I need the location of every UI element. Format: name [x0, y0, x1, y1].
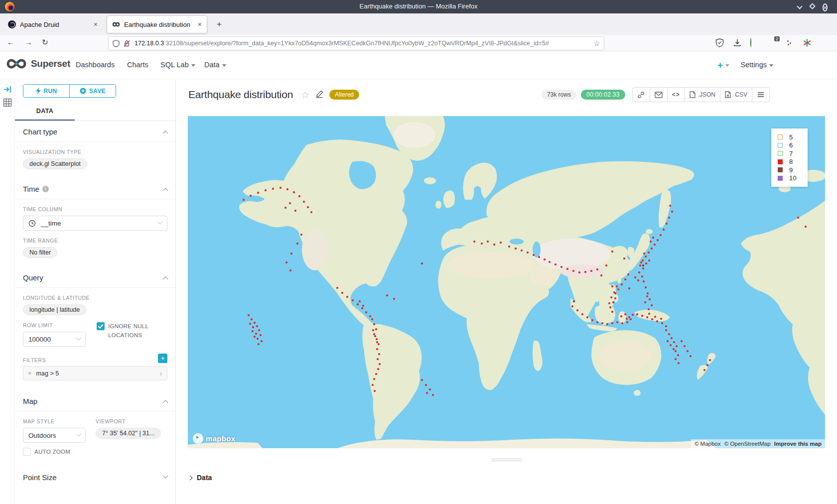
ublock-origin-icon[interactable]: 2: [768, 38, 778, 48]
deckgl-map[interactable]: 5 6 7 8 9 10 mapbox © Mapbox © OpenStree…: [188, 116, 825, 448]
section-chart-type[interactable]: Chart type: [15, 121, 175, 142]
reload-button[interactable]: ↻: [42, 38, 48, 47]
download-icon[interactable]: [733, 38, 743, 48]
tracking-shield-icon[interactable]: [113, 40, 120, 47]
copy-link-button[interactable]: [632, 87, 650, 102]
legend-swatch-6: [778, 143, 783, 148]
filters-label: FILTERS: [23, 357, 46, 363]
run-save-group: RUN SAVE: [23, 84, 116, 98]
window-close-button[interactable]: ×: [823, 2, 831, 11]
legend-swatch-10: [778, 176, 783, 181]
mapbox-logo[interactable]: mapbox: [193, 433, 235, 444]
time-column-select[interactable]: __time: [23, 216, 167, 231]
ignore-null-label: IGNORE NULL LOCATIONS: [108, 322, 163, 340]
panel-resize-handle[interactable]: [188, 459, 825, 463]
tab-close-icon[interactable]: ×: [94, 20, 98, 28]
save-button[interactable]: SAVE: [70, 85, 116, 97]
privacy-badger-icon[interactable]: [750, 38, 760, 48]
file-icon: [725, 91, 731, 98]
bookmark-star-icon[interactable]: ☆: [593, 39, 600, 47]
chevron-up-icon: [162, 400, 168, 405]
attribution-mapbox-link[interactable]: © Mapbox: [695, 441, 721, 447]
menu-hamburger-icon[interactable]: [820, 38, 830, 48]
window-titlebar: Earthquake distribution — Mozilla Firefo…: [0, 0, 837, 13]
tab-earthquake-distribution[interactable]: Earthquake distribution ×: [107, 15, 207, 33]
dataset-grid-icon[interactable]: [3, 98, 12, 107]
query-timer-badge: 00:00:02.33: [581, 90, 625, 100]
lonlat-label: LONGITUDE & LATITUDE: [23, 295, 167, 301]
superset-logo[interactable]: Superset: [6, 57, 70, 70]
legend-swatch-8: [778, 159, 783, 164]
new-tab-button[interactable]: +: [213, 19, 225, 29]
chevron-right-icon: [188, 475, 193, 480]
viewport-pill[interactable]: 7° 35' 54.02" | 31...: [96, 428, 161, 439]
window-minimize-button[interactable]: [796, 2, 804, 11]
section-point-size[interactable]: Point Size: [15, 467, 175, 487]
tab-data[interactable]: DATA: [15, 104, 75, 121]
expand-filter-icon[interactable]: ›: [159, 369, 162, 378]
new-item-button[interactable]: +: [717, 60, 729, 71]
expand-panel-icon[interactable]: [3, 85, 12, 94]
chevron-up-icon: [162, 276, 168, 282]
export-json-button[interactable]: .JSON: [685, 87, 720, 102]
row-limit-label: ROW LIMIT: [23, 322, 86, 328]
pocket-shield-icon[interactable]: [715, 38, 725, 48]
run-button[interactable]: RUN: [23, 85, 70, 97]
chart-title: Earthquake distribution: [188, 89, 293, 101]
window-maximize-button[interactable]: [809, 2, 817, 11]
auto-zoom-checkbox[interactable]: [23, 448, 31, 456]
tab-apache-druid[interactable]: Apache Druid ×: [3, 15, 103, 33]
remove-filter-icon[interactable]: ×: [28, 370, 32, 377]
edit-properties-icon[interactable]: [315, 90, 323, 100]
map-style-label: MAP STYLE: [23, 418, 86, 424]
browser-toolbar: ← → ↻ 172.18.0.3:32108/superset/explore/…: [0, 35, 837, 51]
cookie-extension-icon[interactable]: [785, 38, 795, 48]
nav-charts[interactable]: Charts: [127, 61, 148, 69]
section-query[interactable]: Query: [15, 267, 175, 288]
url-bar[interactable]: 172.18.0.3:32108/superset/explore/?form_…: [109, 37, 604, 50]
info-icon: i: [42, 186, 49, 192]
map-style-select[interactable]: Outdoors: [23, 428, 86, 443]
embed-code-button[interactable]: <>: [667, 87, 685, 102]
nav-data[interactable]: Data: [204, 61, 226, 69]
chevron-down-icon: [725, 64, 729, 67]
tab-close-icon[interactable]: ×: [198, 20, 202, 28]
nav-dashboards[interactable]: Dashboards: [76, 61, 115, 69]
email-share-button[interactable]: [650, 87, 668, 102]
nav-sql-lab[interactable]: SQL Lab: [160, 61, 195, 69]
window-title: Earthquake distribution — Mozilla Firefo…: [0, 2, 837, 10]
section-map[interactable]: Map: [15, 390, 175, 411]
viz-type-pill[interactable]: deck.gl Scatterplot: [23, 158, 87, 169]
chart-menu-button[interactable]: [752, 87, 770, 102]
ignore-null-checkbox[interactable]: [97, 322, 105, 330]
add-filter-button[interactable]: +: [158, 354, 167, 363]
extension-asterisk-icon[interactable]: [803, 38, 813, 48]
attribution-improve-link[interactable]: Improve this map: [774, 441, 822, 447]
bolt-icon: [36, 88, 41, 94]
row-count-badge: 73k rows: [542, 90, 576, 100]
nav-settings[interactable]: Settings: [741, 61, 773, 69]
filter-item[interactable]: × mag > 5 ›: [23, 366, 167, 380]
time-range-pill[interactable]: No filter: [23, 247, 57, 258]
row-limit-select[interactable]: 100000: [23, 332, 86, 347]
time-column-label: TIME COLUMN: [23, 206, 167, 212]
altered-badge[interactable]: Altered: [329, 90, 359, 100]
explore-control-panel: RUN SAVE DATA Chart type VISUALIZATION T…: [15, 79, 176, 504]
chevron-down-icon: [222, 64, 226, 67]
auto-zoom-label: AUTO ZOOM: [34, 448, 70, 457]
time-range-label: TIME RANGE: [23, 238, 167, 244]
favorite-star-icon[interactable]: ☆: [301, 89, 309, 101]
attribution-osm-link[interactable]: © OpenStreetMap: [724, 441, 771, 447]
forward-button[interactable]: →: [25, 38, 32, 46]
legend-swatch-5: [778, 134, 783, 139]
lonlat-pill[interactable]: longitude | latitude: [23, 304, 86, 315]
legend-swatch-9: [778, 167, 783, 172]
data-results-collapse[interactable]: Data: [188, 474, 212, 482]
section-time[interactable]: Time i: [15, 178, 175, 199]
url-text: 172.18.0.3:32108/superset/explore/?form_…: [135, 40, 590, 47]
chevron-down-icon: [158, 219, 163, 224]
plus-circle-icon: [80, 88, 86, 94]
insecure-lock-icon[interactable]: [123, 40, 131, 47]
back-button[interactable]: ←: [7, 38, 14, 46]
export-csv-button[interactable]: .CSV: [720, 87, 752, 102]
